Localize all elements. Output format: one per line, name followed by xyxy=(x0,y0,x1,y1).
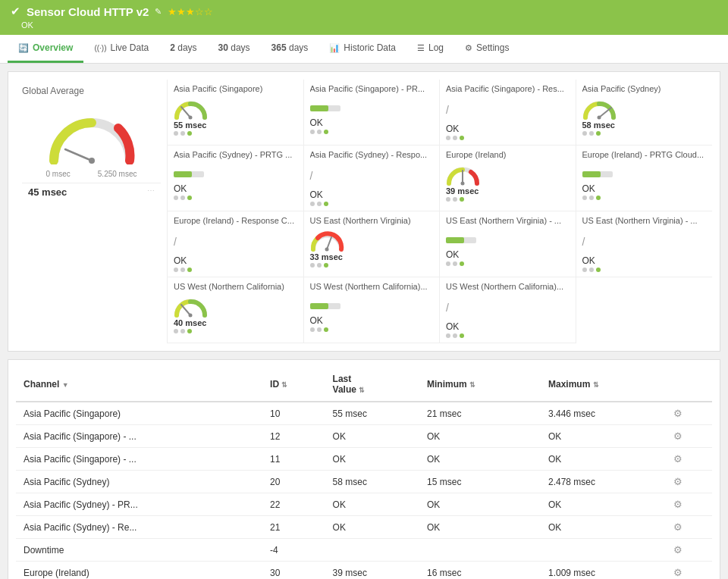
sensor-cell-sydney-resp: Asia Pacific (Sydney) - Respo... / OK xyxy=(304,146,441,211)
table-cell-1: 20 xyxy=(262,471,325,493)
table-cell-0: Asia Pacific (Singapore) - ... xyxy=(16,448,262,471)
sensor-singapore-dots xyxy=(174,131,297,136)
sensor-uswest-value: 40 msec xyxy=(174,318,297,327)
table-row-gear[interactable]: ⚙ xyxy=(666,562,712,580)
col-minimum[interactable]: Minimum ⇅ xyxy=(419,368,541,402)
svg-point-5 xyxy=(597,116,601,120)
sensor-sydney-prtg-name: Asia Pacific (Sydney) - PRTG ... xyxy=(174,150,297,159)
sensor-useast-bar-name: US East (Northern Virginia) - ... xyxy=(446,216,570,225)
table-row-gear[interactable]: ⚙ xyxy=(666,402,712,425)
gear-icon[interactable]: ⚙ xyxy=(673,453,682,465)
overview-panel: Global Average xyxy=(8,71,720,352)
sensor-uswest-bar-el xyxy=(310,303,340,309)
table-cell-2: OK xyxy=(325,425,419,448)
table-row-gear[interactable]: ⚙ xyxy=(666,493,712,516)
table-cell-2: OK xyxy=(325,448,419,471)
table-section: Channel ▼ ID ⇅ LastValue ⇅ Minimum ⇅ Max… xyxy=(8,359,720,579)
sensor-cell-ireland: Europe (Ireland) 39 msec xyxy=(440,146,576,211)
sensor-useast-slash-value: OK xyxy=(582,255,707,266)
table-row-gear[interactable]: ⚙ xyxy=(666,425,712,448)
svg-point-3 xyxy=(189,116,193,120)
channel-sort-icon: ▼ xyxy=(62,381,69,389)
sensor-ireland-resp-value: OK xyxy=(174,255,297,266)
tab-overview[interactable]: 🔄 Overview xyxy=(8,35,83,63)
sensor-useast-name: US East (Northern Virginia) xyxy=(310,216,434,225)
main-content: Global Average xyxy=(0,64,728,579)
sensor-singapore-res-name: Asia Pacific (Singapore) - Res... xyxy=(446,84,570,93)
col-maximum[interactable]: Maximum ⇅ xyxy=(541,368,666,402)
status-badge: OK xyxy=(21,20,33,30)
30days-tab-label: 30 days xyxy=(218,42,250,53)
sensor-uswest-slash-dots xyxy=(446,333,570,338)
table-cell-0: Europe (Ireland) xyxy=(16,562,262,580)
edit-icon[interactable]: ✎ xyxy=(155,7,162,17)
sensor-useast-bar-dots xyxy=(446,261,570,266)
col-channel[interactable]: Channel ▼ xyxy=(16,368,262,402)
sensor-ireland-prtg-name: Europe (Ireland) - PRTG Cloud... xyxy=(582,150,707,159)
gear-icon[interactable]: ⚙ xyxy=(673,430,682,442)
global-average-title: Global Average xyxy=(22,86,161,96)
table-row-gear[interactable]: ⚙ xyxy=(666,448,712,471)
gauge-min: 0 msec xyxy=(46,170,71,178)
sensor-uswest-bar-name: US West (Northern California)... xyxy=(310,282,434,291)
sensor-useast-slash-el: / xyxy=(582,228,707,255)
sensor-singapore-value: 55 msec xyxy=(174,120,297,130)
sensor-useast-value: 33 msec xyxy=(310,252,434,261)
table-row-gear[interactable]: ⚙ xyxy=(666,539,712,562)
sensor-sydney-prtg-dots xyxy=(174,196,297,200)
svg-point-9 xyxy=(325,248,328,252)
gear-icon[interactable]: ⚙ xyxy=(673,408,682,419)
tab-historic-data[interactable]: 📊 Historic Data xyxy=(318,35,406,63)
sensor-sydney-resp-name: Asia Pacific (Sydney) - Respo... xyxy=(310,150,434,159)
sensor-uswest-slash-el: / xyxy=(446,294,570,321)
table-cell-3: 15 msec xyxy=(419,471,541,493)
table-row: Asia Pacific (Singapore)1055 msec21 msec… xyxy=(16,402,712,425)
sensor-singapore-res-slash: / xyxy=(446,96,570,124)
gear-icon[interactable]: ⚙ xyxy=(673,521,682,533)
sensor-uswest-bar-value: OK xyxy=(310,315,434,326)
table-row: Asia Pacific (Sydney) - Re...21OKOKOK⚙ xyxy=(16,516,712,539)
log-icon: ☰ xyxy=(417,43,425,53)
table-row: Asia Pacific (Singapore) - ...12OKOKOK⚙ xyxy=(16,425,712,448)
tab-30days[interactable]: 30 days xyxy=(208,35,261,63)
settings-icon: ⚙ xyxy=(465,43,472,53)
sensor-ireland-value: 39 msec xyxy=(446,186,570,196)
gear-icon[interactable]: ⚙ xyxy=(673,544,682,556)
sensor-cell-empty xyxy=(576,277,713,343)
svg-point-1 xyxy=(89,158,95,164)
tab-settings[interactable]: ⚙ Settings xyxy=(454,35,519,63)
live-data-tab-icon: ((·)) xyxy=(94,44,106,52)
sensor-uswest-slash-value: OK xyxy=(446,321,570,332)
gear-icon[interactable]: ⚙ xyxy=(673,476,682,487)
tab-2days[interactable]: 2 days xyxy=(159,35,207,63)
overview-grid: Global Average xyxy=(16,80,712,343)
sensor-ireland-resp-dots xyxy=(174,268,297,272)
sensor-sydney-prtg-bar xyxy=(174,171,204,177)
tab-365days[interactable]: 365 days xyxy=(261,35,319,63)
checkmark-icon: ✔ xyxy=(11,5,20,18)
col-last-value[interactable]: LastValue ⇅ xyxy=(325,368,419,402)
tab-log[interactable]: ☰ Log xyxy=(406,35,454,63)
col-id[interactable]: ID ⇅ xyxy=(262,368,325,402)
table-cell-2: 58 msec xyxy=(325,471,419,493)
svg-line-0 xyxy=(65,149,92,161)
table-row-gear[interactable]: ⚙ xyxy=(666,516,712,539)
sensor-sydney-resp-slash: / xyxy=(310,162,434,189)
table-row: Asia Pacific (Singapore) - ...11OKOKOK⚙ xyxy=(16,448,712,471)
star-rating[interactable]: ★★★☆☆ xyxy=(168,6,213,17)
gear-icon[interactable]: ⚙ xyxy=(673,567,682,578)
365days-tab-label: 365 days xyxy=(271,42,309,53)
sensor-singapore-name: Asia Pacific (Singapore) xyxy=(174,84,297,93)
table-row-gear[interactable]: ⚙ xyxy=(666,471,712,493)
table-cell-3 xyxy=(419,539,541,562)
2days-tab-label: 2 days xyxy=(170,42,196,53)
table-header-row: Channel ▼ ID ⇅ LastValue ⇅ Minimum ⇅ Max… xyxy=(16,368,712,402)
app-title: Sensor Cloud HTTP v2 xyxy=(27,5,149,18)
sensor-singapore-pr-bar xyxy=(310,105,340,111)
sensor-uswest-name: US West (Northern California) xyxy=(174,282,297,291)
tab-live-data[interactable]: ((·)) Live Data xyxy=(83,35,159,63)
table-cell-1: 10 xyxy=(262,402,325,425)
table-cell-4: OK xyxy=(541,516,666,539)
gear-icon[interactable]: ⚙ xyxy=(673,499,682,510)
sensor-ireland-prtg-dots xyxy=(582,196,707,200)
